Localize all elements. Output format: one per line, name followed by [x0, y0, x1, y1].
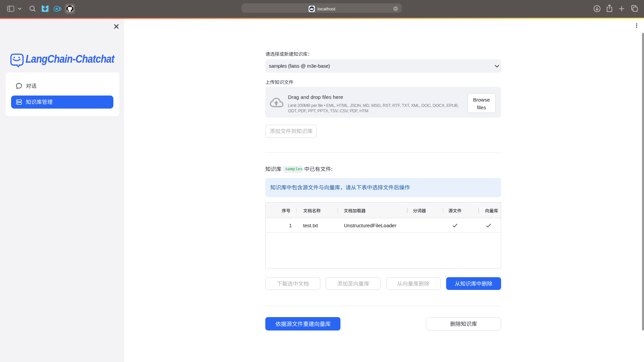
svg-text:localhost: localhost — [318, 6, 336, 11]
